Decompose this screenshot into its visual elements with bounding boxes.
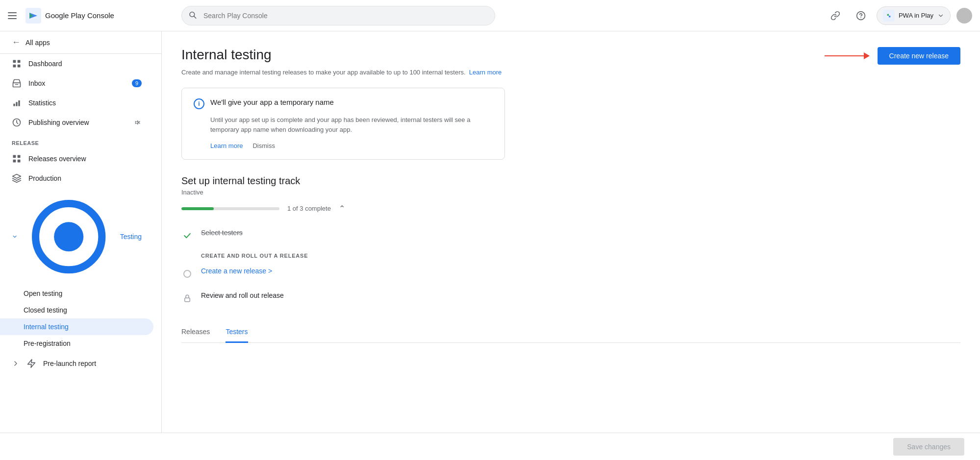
- tabs-row: Releases Testers: [181, 322, 960, 343]
- step-content-review-rollout: Review and roll out release: [201, 291, 960, 299]
- inbox-label: Inbox: [28, 79, 45, 87]
- step-label-select-testers: Select testers: [201, 229, 243, 237]
- search-icon: [188, 10, 197, 21]
- svg-rect-22: [185, 298, 190, 302]
- sidebar-item-testing[interactable]: Testing: [0, 188, 153, 285]
- releases-overview-icon: [12, 154, 22, 164]
- page-subtitle: Create and manage internal testing relea…: [181, 69, 960, 76]
- logo-text: Google Play Console: [45, 11, 114, 20]
- app-chip-name: PWA in Play: [899, 12, 933, 19]
- arrow-head: [864, 52, 870, 59]
- testing-label: Testing: [120, 233, 142, 241]
- header-actions: Create new release: [825, 47, 960, 65]
- page-title: Internal testing: [181, 47, 272, 63]
- app-chip[interactable]: PWA in Play: [877, 6, 951, 25]
- content-area: Internal testing Create new release Crea…: [162, 31, 980, 433]
- info-circle-icon: i: [194, 98, 204, 109]
- all-apps-button[interactable]: ← All apps: [0, 31, 161, 54]
- svg-rect-18: [18, 160, 21, 163]
- step-label-create-release[interactable]: Create a new release >: [201, 267, 272, 275]
- svg-rect-6: [13, 60, 16, 63]
- sidebar-item-closed-testing[interactable]: Closed testing: [0, 302, 153, 318]
- footer: Save changes: [0, 433, 980, 460]
- collapse-button[interactable]: ⌃: [339, 204, 345, 213]
- sidebar-item-dashboard[interactable]: Dashboard: [0, 54, 153, 73]
- help-icon-button[interactable]: [851, 6, 871, 25]
- all-apps-label: All apps: [25, 39, 50, 47]
- topbar: Google Play Console PWA in Play: [0, 0, 980, 31]
- search-input[interactable]: [181, 6, 495, 25]
- info-card: i We'll give your app a temporary name U…: [181, 88, 505, 160]
- svg-rect-12: [16, 102, 17, 106]
- statistics-label: Statistics: [28, 99, 56, 107]
- link-icon-button[interactable]: [826, 6, 845, 25]
- sidebar-item-pre-launch[interactable]: Pre-launch report: [0, 354, 153, 373]
- progress-bar-fill: [181, 207, 214, 210]
- learn-more-link[interactable]: Learn more: [469, 69, 502, 76]
- svg-rect-13: [18, 100, 20, 106]
- main-layout: ← All apps Dashboard Inbox 9 Statistics …: [0, 31, 980, 433]
- production-label: Production: [28, 174, 61, 182]
- publishing-overview-label: Publishing overview: [28, 119, 89, 126]
- avatar[interactable]: [956, 8, 972, 24]
- tab-testers[interactable]: Testers: [226, 322, 248, 343]
- dashboard-label: Dashboard: [28, 60, 62, 68]
- back-arrow-icon: ←: [12, 37, 21, 48]
- step-circle-icon: [181, 268, 193, 280]
- step-create-release[interactable]: Create a new release >: [181, 261, 960, 286]
- step-label-review-rollout: Review and roll out release: [201, 291, 284, 299]
- setup-status: Inactive: [181, 189, 960, 196]
- step-select-testers: Select testers: [181, 223, 960, 247]
- closed-testing-label: Closed testing: [24, 306, 67, 314]
- publishing-mute-icon: [134, 119, 142, 126]
- sidebar-item-pre-registration[interactable]: Pre-registration: [0, 335, 153, 352]
- create-release-section-label: CREATE AND ROLL OUT A RELEASE: [181, 247, 960, 261]
- dismiss-button[interactable]: Dismiss: [252, 142, 275, 149]
- production-icon: [12, 173, 22, 183]
- dashboard-icon: [12, 59, 22, 69]
- progress-text: 1 of 3 complete: [287, 205, 331, 212]
- menu-button[interactable]: [8, 10, 20, 22]
- tab-releases[interactable]: Releases: [181, 322, 210, 343]
- topbar-left: Google Play Console: [8, 8, 170, 24]
- svg-rect-17: [13, 160, 16, 163]
- sidebar: ← All apps Dashboard Inbox 9 Statistics …: [0, 31, 162, 433]
- info-learn-more-link[interactable]: Learn more: [210, 142, 243, 149]
- progress-bar: [181, 207, 279, 210]
- pre-launch-icon: [26, 359, 36, 368]
- chevron-right-icon: [12, 360, 20, 367]
- app-chip-icon: [883, 10, 895, 22]
- release-section-label: Release: [0, 132, 161, 149]
- help-icon: [856, 11, 866, 21]
- info-card-body: Until your app set up is complete and yo…: [194, 115, 493, 134]
- pre-registration-label: Pre-registration: [24, 339, 71, 347]
- link-icon: [830, 11, 840, 21]
- sidebar-item-open-testing[interactable]: Open testing: [0, 285, 153, 302]
- svg-rect-15: [13, 155, 16, 158]
- pre-launch-label: Pre-launch report: [43, 360, 96, 367]
- info-card-title: We'll give your app a temporary name: [210, 98, 334, 106]
- svg-rect-8: [13, 65, 16, 68]
- sidebar-item-statistics[interactable]: Statistics: [0, 93, 153, 113]
- sidebar-item-publishing-overview[interactable]: Publishing overview: [0, 113, 153, 132]
- arrow-annotation: [825, 52, 870, 59]
- sidebar-item-inbox[interactable]: Inbox 9: [0, 73, 153, 93]
- svg-rect-7: [18, 60, 21, 63]
- releases-overview-label: Releases overview: [28, 155, 86, 163]
- setup-title: Set up internal testing track: [181, 175, 960, 187]
- save-changes-button[interactable]: Save changes: [893, 438, 964, 456]
- create-new-release-button[interactable]: Create new release: [878, 47, 960, 65]
- sidebar-item-internal-testing[interactable]: Internal testing: [0, 318, 153, 335]
- step-check-icon: [181, 230, 193, 242]
- sidebar-item-production[interactable]: Production: [0, 169, 153, 188]
- testing-icon: [25, 193, 113, 281]
- svg-rect-16: [18, 155, 21, 158]
- arrow-line: [825, 55, 864, 56]
- info-card-header: i We'll give your app a temporary name: [194, 98, 493, 109]
- logo-area: Google Play Console: [25, 8, 114, 24]
- step-content-create-release: Create a new release >: [201, 267, 960, 275]
- sidebar-item-releases-overview[interactable]: Releases overview: [0, 149, 153, 169]
- svg-rect-9: [18, 65, 21, 68]
- progress-section: 1 of 3 complete ⌃: [181, 204, 960, 213]
- page-header: Internal testing Create new release: [181, 47, 960, 65]
